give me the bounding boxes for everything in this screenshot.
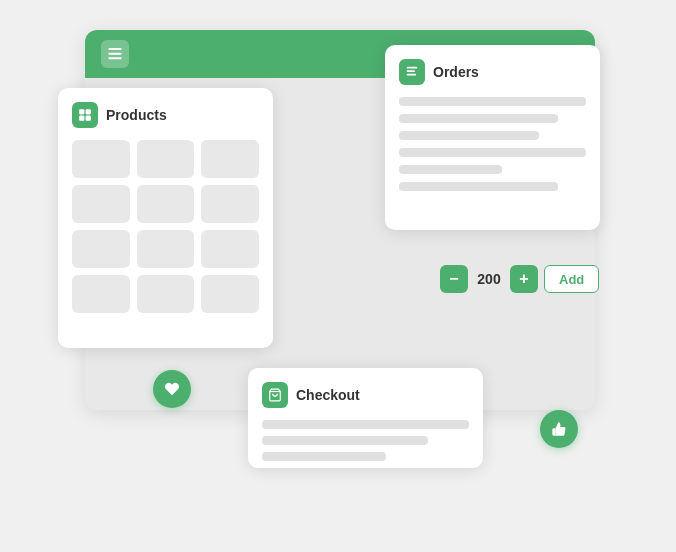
product-item [72, 140, 130, 178]
product-item [201, 185, 259, 223]
product-item [72, 230, 130, 268]
product-item [137, 230, 195, 268]
svg-rect-2 [108, 57, 121, 59]
svg-rect-9 [407, 74, 416, 76]
product-item [137, 185, 195, 223]
checkout-card-header: Checkout [262, 382, 469, 408]
checkout-card-icon [262, 382, 288, 408]
order-line [399, 148, 586, 157]
product-item [201, 140, 259, 178]
products-card-header: Products [72, 102, 259, 128]
orders-card-title: Orders [433, 64, 479, 80]
order-line [399, 182, 558, 191]
product-item [201, 230, 259, 268]
product-item [137, 275, 195, 313]
svg-rect-5 [79, 116, 84, 121]
checkout-lines [262, 420, 469, 461]
svg-rect-6 [86, 116, 91, 121]
scene: Products Orders [0, 0, 676, 552]
products-grid [72, 140, 259, 313]
order-line [399, 97, 586, 106]
orders-lines [399, 97, 586, 191]
products-card-title: Products [106, 107, 167, 123]
product-item [72, 275, 130, 313]
checkout-line [262, 452, 386, 461]
orders-card-icon [399, 59, 425, 85]
orders-card-header: Orders [399, 59, 586, 85]
qty-plus-button[interactable]: + [510, 265, 538, 293]
qty-control: − 200 + Add [440, 265, 599, 293]
products-card: Products [58, 88, 273, 348]
thumbs-up-button[interactable] [540, 410, 578, 448]
qty-value: 200 [474, 271, 504, 287]
checkout-line [262, 436, 428, 445]
qty-minus-button[interactable]: − [440, 265, 468, 293]
main-window-icon [101, 40, 129, 68]
svg-rect-7 [407, 67, 418, 69]
checkout-card-title: Checkout [296, 387, 360, 403]
checkout-line [262, 420, 469, 429]
svg-rect-0 [108, 48, 121, 50]
order-line [399, 131, 539, 140]
heart-button[interactable] [153, 370, 191, 408]
product-item [137, 140, 195, 178]
svg-rect-4 [86, 109, 91, 114]
svg-rect-3 [79, 109, 84, 114]
svg-rect-8 [407, 70, 415, 72]
products-card-icon [72, 102, 98, 128]
product-item [201, 275, 259, 313]
add-button[interactable]: Add [544, 265, 599, 293]
svg-rect-1 [108, 53, 121, 55]
order-line [399, 165, 502, 174]
product-item [72, 185, 130, 223]
orders-card: Orders [385, 45, 600, 230]
checkout-card: Checkout [248, 368, 483, 468]
order-line [399, 114, 558, 123]
